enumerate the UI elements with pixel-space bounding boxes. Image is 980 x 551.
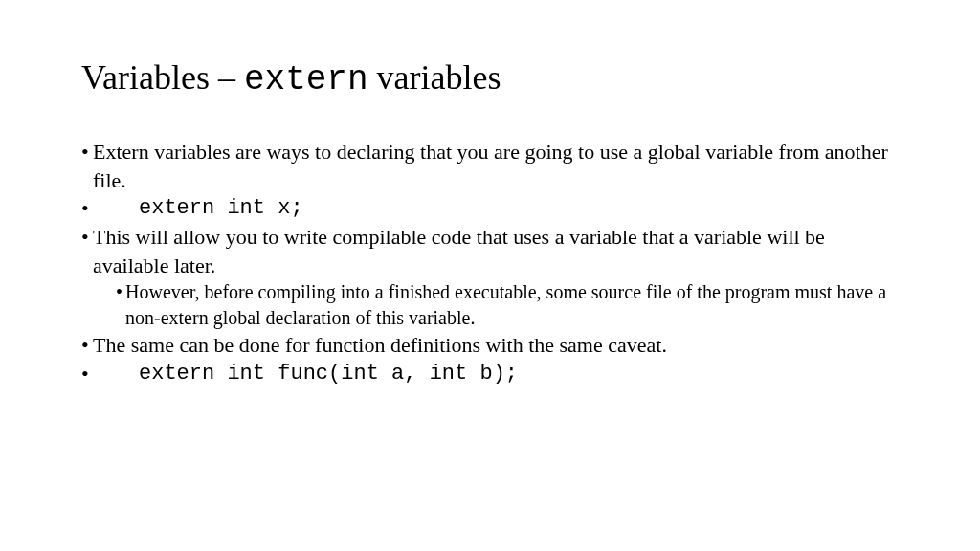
bullet-5-code: extern int func(int a, int b); <box>93 360 899 388</box>
title-code: extern <box>244 60 368 99</box>
bullet-3-sub-text: However, before compiling into a finishe… <box>125 279 899 331</box>
bullet-marker: • <box>81 194 93 223</box>
bullet-marker: • <box>81 331 93 360</box>
bullet-1-text: Extern variables are ways to declaring t… <box>93 138 899 194</box>
bullet-marker: • <box>81 360 93 388</box>
bullet-3-text: This will allow you to write compilable … <box>93 223 899 279</box>
slide-content: • Extern variables are ways to declaring… <box>81 138 899 388</box>
bullet-marker: • <box>81 138 93 166</box>
bullet-5: • extern int func(int a, int b); <box>81 360 899 388</box>
title-part1: Variables <box>81 58 210 97</box>
bullet-3: • This will allow you to write compilabl… <box>81 223 899 279</box>
title-dash: – <box>210 58 244 97</box>
bullet-marker: • <box>81 223 93 252</box>
title-part2: variables <box>368 58 501 97</box>
bullet-2-code: extern int x; <box>93 194 899 223</box>
bullet-2: • extern int x; <box>81 194 899 223</box>
bullet-3-sub: • However, before compiling into a finis… <box>81 279 899 331</box>
bullet-4-text: The same can be done for function defini… <box>93 331 899 360</box>
bullet-1: • Extern variables are ways to declaring… <box>81 138 899 194</box>
bullet-4: • The same can be done for function defi… <box>81 331 899 360</box>
slide-title: Variables – extern variables <box>81 57 899 99</box>
bullet-marker: • <box>116 279 125 305</box>
